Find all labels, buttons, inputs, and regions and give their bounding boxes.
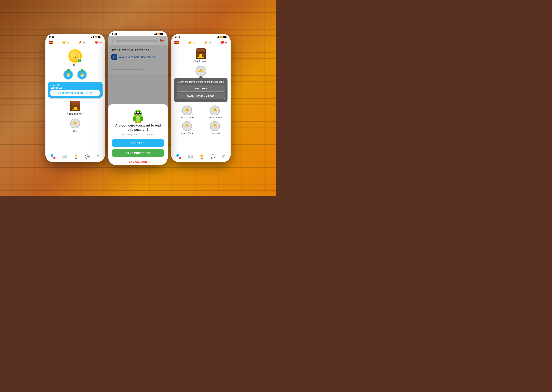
- duo-home-icon-right: [176, 154, 181, 159]
- nav-book-right[interactable]: 📖: [188, 154, 193, 159]
- lesson-grid-item-4[interactable]: 🐣 Lesson Name: [202, 121, 227, 134]
- owl-container: [130, 108, 146, 123]
- nav-chat-left[interactable]: 💬: [85, 154, 90, 159]
- lesson-node-2[interactable]: 🐣: [77, 70, 87, 80]
- status-icons-center: 📶: [154, 33, 164, 35]
- battery-icon-right: [223, 36, 227, 38]
- nav-trophy-right[interactable]: 🏆: [199, 154, 204, 159]
- nav-home-right[interactable]: [176, 154, 181, 159]
- lesson-node-1[interactable]: 🐣: [63, 70, 73, 80]
- center-content: ✕ ❤️ 5 Translate this sentence 🔊: [108, 36, 168, 165]
- status-bar-center: 9:41 📶: [108, 31, 168, 36]
- checkpoint-label-left: Checkpoint 2: [67, 112, 83, 115]
- flame-icon-right: 🔥: [204, 41, 208, 44]
- lesson-grid-item-2[interactable]: 🐣 Lesson Name: [202, 105, 227, 119]
- nav-trophy-left[interactable]: 🏆: [74, 154, 78, 159]
- wifi-icon-right: 📶: [220, 36, 223, 38]
- status-bar-right: 9:41 📶: [171, 34, 231, 39]
- scene-container: 9:41 📶 🇪🇸 👑 15 🔥 15: [0, 0, 276, 196]
- lesson-grid-label-3: Lesson Name: [180, 132, 194, 134]
- chest-body: [70, 105, 80, 111]
- bookmark-2: [81, 69, 83, 72]
- load-lesson-button[interactable]: LOAD SAVED LESSON + 10 XP: [51, 90, 100, 96]
- right-content: Checkpoint 2 🐣 Learn the terms before ta…: [171, 46, 231, 157]
- modal-title: Are you sure you want to end this sessio…: [112, 123, 164, 132]
- heart-count-left: 15: [99, 41, 102, 44]
- tooltip-text: Learn the terms before taking the lesson…: [177, 80, 225, 83]
- svg-point-10: [135, 122, 138, 123]
- heart-count-right: 15: [225, 41, 227, 44]
- phone-left-content: 💡 $ Tips 🐣 🐣: [45, 46, 105, 157]
- svg-point-5: [137, 112, 137, 113]
- signal-icon: [91, 36, 94, 38]
- battery-icon-center: [160, 33, 164, 35]
- heart-icon-left: ❤️: [94, 41, 98, 44]
- lesson-line: Lesson 2/5: [51, 86, 100, 89]
- crown-icon-right: 👑: [188, 41, 192, 44]
- lessons-grid: 🐣 Lesson Name 🐣 Lesson Name 🐣 Lesson Nam…: [171, 103, 231, 137]
- save-progress-button[interactable]: SAVE PROGRESS: [112, 149, 164, 157]
- watch-videos-button[interactable]: WATCH LESSON VIDEOS: [177, 93, 225, 99]
- time-right: 9:41: [175, 35, 180, 38]
- go-back-button[interactable]: GO BACK: [112, 139, 164, 147]
- owl-node-right[interactable]: 🐣: [196, 66, 206, 77]
- signal-icon-center: [154, 33, 157, 35]
- chest-lock: [74, 107, 77, 110]
- lesson-grid-item-3[interactable]: 🐣 Lesson Name: [174, 121, 200, 134]
- phone-center: 9:41 📶 ✕: [108, 31, 168, 165]
- flame-count-left: 15: [83, 41, 86, 44]
- chest-lid-right: [196, 49, 206, 53]
- crown-stat-left: 👑 15: [62, 41, 69, 44]
- nav-grid-right[interactable]: ⊞: [222, 154, 225, 159]
- lesson-circle-1[interactable]: 🐣: [63, 70, 73, 80]
- bookmark-1: [67, 69, 70, 72]
- checkpoint-section-left: Checkpoint 2: [49, 98, 101, 117]
- svg-point-7: [138, 112, 141, 114]
- end-session-button[interactable]: END SESSION: [112, 159, 164, 165]
- crown-stat-right: 👑 15: [188, 41, 195, 44]
- chest-icon-left: [70, 101, 80, 111]
- nav-home-left[interactable]: [51, 154, 56, 159]
- trophy-icon-left: 🏆: [74, 154, 78, 159]
- lesson-card: Level 3/5 Lesson 2/5 LOAD SAVED LESSON +…: [48, 82, 102, 98]
- flag-left: 🇪🇸: [49, 40, 53, 45]
- chest-body-right: [196, 53, 206, 59]
- lesson-grid-label-1: Lesson Name: [180, 116, 194, 119]
- tips-section-top: 💡 $ Tips: [45, 46, 105, 68]
- status-bar-left: 9:41 📶: [45, 34, 105, 39]
- svg-point-9: [137, 114, 139, 116]
- chat-icon-right: 💬: [211, 154, 215, 159]
- lesson-grid-node-3[interactable]: 🐣: [182, 121, 192, 131]
- chest-icon-right: [196, 49, 206, 59]
- read-tips-button[interactable]: READ TIPS: [177, 85, 225, 92]
- tips-label-bottom: Tips: [73, 130, 77, 133]
- lesson-grid-label-4: Lesson Name: [208, 132, 222, 134]
- lesson-circle-2[interactable]: 🐣: [77, 70, 87, 80]
- nav-book-left[interactable]: 📖: [62, 154, 67, 159]
- checkpoint-label-right: Checkpoint 2: [193, 60, 209, 63]
- grid-icon-right: ⊞: [222, 154, 225, 159]
- flame-count-right: 15: [209, 41, 211, 44]
- svg-point-11: [138, 122, 141, 123]
- trophy-icon-right: 🏆: [199, 154, 204, 159]
- lesson-grid-item-1[interactable]: 🐣 Lesson Name: [174, 105, 200, 119]
- chat-icon-left: 💬: [85, 154, 90, 159]
- tips-circle-bottom[interactable]: 🐣: [70, 119, 80, 128]
- owl-emoji-right: 🐣: [198, 69, 204, 74]
- tooltip-area: 🐣: [171, 64, 231, 77]
- book-icon-right: 📖: [188, 154, 193, 159]
- nav-chat-right[interactable]: 💬: [211, 154, 215, 159]
- flame-stat-left: 🔥 15: [78, 41, 86, 44]
- lesson-grid-node-1[interactable]: 🐣: [182, 105, 192, 115]
- nav-grid-left[interactable]: ⊞: [96, 154, 100, 159]
- svg-point-2: [135, 116, 141, 122]
- crown-count-right: 15: [192, 41, 195, 44]
- level-line: Level 3/5: [51, 84, 100, 86]
- lesson-grid-node-4[interactable]: 🐣: [210, 121, 220, 131]
- modal-overlay: Are you sure you want to end this sessio…: [108, 36, 168, 165]
- tips-label-top: Tips: [73, 64, 77, 67]
- heart-icon-right: ❤️: [220, 41, 224, 44]
- lesson-grid-node-2[interactable]: 🐣: [210, 105, 220, 115]
- tips-node-bottom[interactable]: 🐣: [70, 119, 80, 128]
- bottom-nav-right: 📖 🏆 💬 ⊞: [171, 151, 231, 162]
